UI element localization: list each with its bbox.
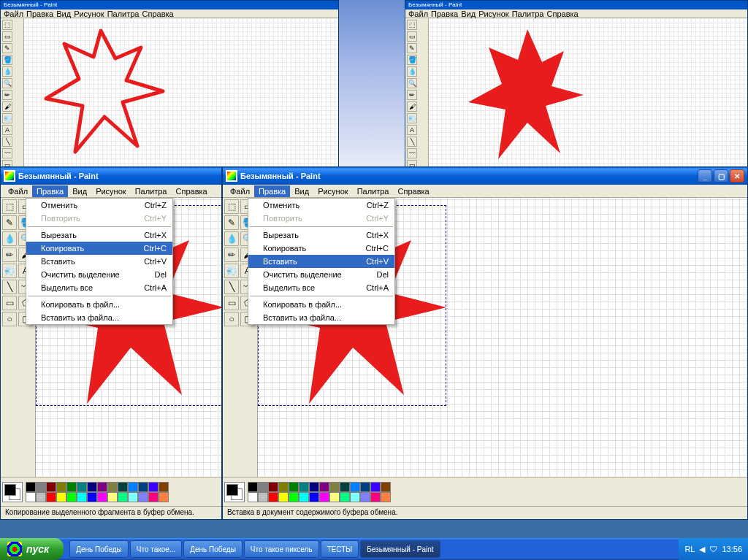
palette-color[interactable]	[36, 482, 46, 492]
tool-button[interactable]: ▭	[2, 31, 12, 42]
menu-image[interactable]: Рисунок	[91, 185, 131, 197]
tool-button[interactable]: ▭	[2, 296, 17, 310]
tool-button[interactable]: ✎	[2, 43, 12, 53]
tool-button[interactable]: 💧	[224, 231, 239, 246]
menu-help[interactable]: Справка	[172, 185, 212, 197]
palette-color[interactable]	[138, 482, 148, 492]
menu-image[interactable]: Рисунок	[74, 9, 104, 18]
tool-button[interactable]: 🪣	[407, 55, 417, 65]
palette-color[interactable]	[258, 492, 268, 502]
tool-button[interactable]: ○	[2, 312, 17, 326]
menu-item[interactable]: Копировать в файл...	[248, 298, 394, 311]
palette-color[interactable]	[350, 492, 360, 502]
menu-image[interactable]: Рисунок	[478, 9, 509, 18]
palette-color[interactable]	[159, 482, 169, 492]
palette-color[interactable]	[118, 482, 128, 492]
palette-color[interactable]	[87, 492, 97, 502]
menu-image[interactable]: Рисунок	[313, 185, 353, 197]
palette-color[interactable]	[107, 482, 118, 492]
titlebar[interactable]: Безымянный - Paint	[1, 167, 221, 185]
tool-button[interactable]: 💧	[2, 231, 17, 246]
tool-button[interactable]: 〰	[407, 148, 417, 158]
tool-button[interactable]: 🔍	[2, 78, 12, 88]
palette-color[interactable]	[289, 482, 299, 492]
tool-button[interactable]: 💧	[407, 66, 417, 77]
palette-color[interactable]	[350, 482, 360, 492]
palette-color[interactable]	[360, 492, 370, 502]
palette-color[interactable]	[107, 492, 118, 502]
menu-edit[interactable]: Правка	[26, 9, 53, 18]
palette-color[interactable]	[56, 492, 66, 502]
palette-color[interactable]	[278, 482, 289, 492]
palette-color[interactable]	[370, 492, 381, 502]
menu-palette[interactable]: Палитра	[353, 185, 394, 197]
palette-color[interactable]	[381, 482, 391, 492]
menu-item[interactable]: ВырезатьCtrl+X	[248, 229, 394, 242]
palette-color[interactable]	[148, 482, 159, 492]
tool-button[interactable]: A	[407, 125, 417, 135]
menu-item[interactable]: ВставитьCtrl+V	[248, 255, 394, 268]
palette-color[interactable]	[299, 492, 309, 502]
tool-button[interactable]: 〰	[2, 148, 12, 158]
menu-item[interactable]: Вставить из файла...	[248, 311, 394, 324]
tool-button[interactable]: ⬚	[2, 199, 17, 214]
tool-button[interactable]: ✏	[407, 90, 417, 100]
palette-color[interactable]	[340, 482, 350, 492]
clock[interactable]: 13:56	[722, 545, 742, 553]
menubar[interactable]: Файл Правка Вид Рисунок Палитра Справка	[405, 9, 747, 18]
tool-button[interactable]: 💨	[224, 264, 239, 278]
palette-color[interactable]	[319, 482, 329, 492]
canvas[interactable]	[24, 18, 338, 167]
palette-color[interactable]	[26, 482, 36, 492]
minimize-button[interactable]: _	[698, 169, 712, 183]
palette-color[interactable]	[319, 492, 329, 502]
tool-button[interactable]: ✎	[2, 215, 17, 230]
canvas[interactable]	[429, 18, 747, 167]
palette-color[interactable]	[360, 482, 370, 492]
tool-button[interactable]: 🔍	[407, 78, 417, 88]
palette-color[interactable]	[26, 492, 36, 502]
menu-item[interactable]: Вставить из файла...	[26, 311, 172, 324]
palette-color[interactable]	[278, 492, 289, 502]
menu-palette[interactable]: Палитра	[131, 185, 172, 197]
tool-button[interactable]: ⬚	[2, 20, 12, 30]
menubar[interactable]: Файл Правка Вид Рисунок Палитра Справка	[1, 185, 221, 198]
menu-edit[interactable]: Правка	[32, 185, 68, 197]
palette-color[interactable]	[340, 492, 350, 502]
tool-button[interactable]: ╲	[224, 280, 239, 294]
palette-color[interactable]	[309, 482, 319, 492]
titlebar[interactable]: Безымянный - Paint	[1, 1, 338, 9]
tool-button[interactable]: 🪣	[2, 55, 12, 65]
menu-view[interactable]: Вид	[461, 9, 476, 18]
titlebar[interactable]: Безымянный - Paint _ ▢ ✕	[223, 167, 747, 185]
tool-button[interactable]: ╲	[2, 280, 17, 294]
menu-help[interactable]: Справка	[547, 9, 579, 18]
menu-palette[interactable]: Палитра	[512, 9, 544, 18]
current-colors[interactable]	[224, 482, 245, 502]
tool-button[interactable]: ✎	[407, 43, 417, 53]
palette-color[interactable]	[309, 492, 319, 502]
tool-button[interactable]: 🖌	[407, 101, 417, 112]
tray-icon[interactable]: ◀	[699, 545, 705, 554]
menu-view[interactable]: Вид	[68, 185, 91, 197]
menu-item[interactable]: Выделить всеCtrl+A	[26, 281, 172, 294]
palette-color[interactable]	[248, 492, 258, 502]
tool-button[interactable]: ✏	[224, 248, 239, 262]
menu-item[interactable]: ОтменитьCtrl+Z	[26, 199, 172, 212]
system-tray[interactable]: RL ◀ 🛡 13:56	[679, 538, 748, 560]
menu-edit[interactable]: Правка	[254, 185, 290, 197]
palette-color[interactable]	[97, 482, 107, 492]
menu-item[interactable]: Очистить выделениеDel	[248, 268, 394, 281]
palette-color[interactable]	[46, 482, 56, 492]
menu-item[interactable]: ОтменитьCtrl+Z	[248, 199, 394, 212]
tool-button[interactable]: ✏	[2, 90, 12, 100]
maximize-button[interactable]: ▢	[714, 169, 728, 183]
tray-icon[interactable]: 🛡	[709, 545, 717, 553]
palette-color[interactable]	[159, 492, 169, 502]
menu-item[interactable]: КопироватьCtrl+C	[26, 242, 172, 255]
palette-color[interactable]	[118, 492, 128, 502]
tool-button[interactable]: ✏	[2, 248, 17, 262]
menu-item[interactable]: Копировать в файл...	[26, 298, 172, 311]
palette-color[interactable]	[268, 482, 278, 492]
menu-file[interactable]: Файл	[408, 9, 428, 18]
